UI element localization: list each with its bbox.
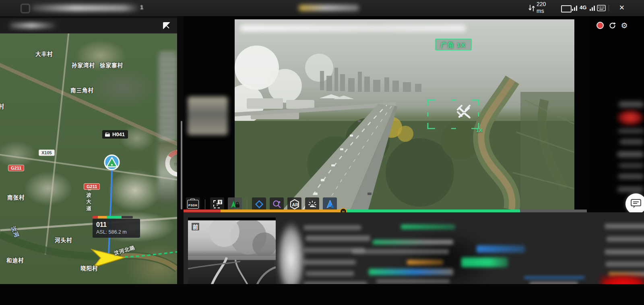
- map-panel: 大丰村 孙家湾村 徐家寨村 南三角村 坡村 南张村 汶河 河头村 和迪村 晓阳村…: [0, 16, 177, 305]
- ar-label: AR: [292, 202, 298, 207]
- redacted-alert-pill[interactable]: [617, 110, 644, 126]
- flight-path-line: [109, 170, 112, 254]
- popup-progress-bar: [93, 216, 133, 218]
- redacted-sidebar-row: [617, 187, 644, 192]
- map-panel-header: [0, 18, 177, 34]
- map-label: 大丰村: [35, 50, 53, 58]
- window-title-tail: 1: [140, 4, 143, 10]
- keyboard-icon[interactable]: [597, 5, 606, 11]
- redacted-sidebar-row: [618, 174, 644, 179]
- redacted-telemetry-row: [605, 249, 644, 255]
- map-overlay: [0, 33, 177, 287]
- popup-bar-orange: [98, 216, 107, 218]
- attitude-gauge-core: [419, 241, 475, 281]
- diamond-icon: [255, 200, 264, 209]
- drone-ground-control-window: 1 220 ms 4G ×: [0, 0, 644, 305]
- dock-icon: [105, 132, 110, 137]
- redacted-telemetry-row: [303, 260, 356, 265]
- map-label: 坡村: [0, 102, 4, 110]
- crosshair-zoom-badge: 1X: [476, 127, 483, 133]
- popup-bar-green: [107, 216, 122, 218]
- magnifier-plus-icon: [272, 199, 282, 209]
- map-label: 和迪村: [6, 256, 24, 264]
- redacted-telemetry-row: [306, 236, 371, 241]
- gear-icon: ⚙: [621, 22, 627, 29]
- briefcase-handle-icon: [190, 199, 195, 200]
- refresh-icon: [609, 22, 616, 29]
- titlebar-divider: [609, 5, 609, 11]
- compass-gauge: m: [159, 145, 177, 181]
- record-icon: [597, 22, 604, 29]
- redacted-sidebar-row: [619, 102, 644, 107]
- latency-arrows-icon: [528, 4, 535, 12]
- main-camera-video[interactable]: 广角 1X 1X: [235, 19, 574, 210]
- aerial-scene: [235, 19, 574, 210]
- map-label: 河头村: [55, 236, 72, 244]
- road-badge-x105: X105: [39, 149, 55, 156]
- close-button[interactable]: ×: [615, 2, 629, 14]
- redacted-telemetry-row: [306, 271, 355, 276]
- toolbar-divider: [247, 199, 247, 209]
- dock-marker[interactable]: [105, 155, 119, 170]
- redacted-telemetry-row: [304, 225, 361, 230]
- waypoint-popup: 011 ASL: 586.2 m: [93, 219, 140, 238]
- window-footer: [0, 284, 644, 305]
- nav-arrow-icon: [325, 199, 335, 209]
- fpv-front-label: 前: [191, 222, 200, 231]
- psdk-label: PSDK: [188, 203, 198, 207]
- cellular-signal-bars-icon: [590, 6, 595, 11]
- map-label: 晓阳村: [80, 264, 98, 272]
- map-layer-toggle-button[interactable]: [162, 21, 171, 31]
- fpv-video: [188, 220, 276, 286]
- chat-button[interactable]: [625, 193, 644, 214]
- redacted-sidebar-row: [620, 139, 644, 144]
- ar-hexagon-icon: AR: [289, 199, 300, 210]
- waypoint-name: 011: [96, 221, 136, 228]
- redacted-telemetry-blob: [188, 97, 228, 135]
- toolbar-divider: [205, 199, 205, 209]
- app-icon: [21, 4, 30, 13]
- panel-divider: [177, 16, 184, 305]
- frame-badge-letter: Y: [219, 200, 221, 205]
- redacted-sidebar-row: [617, 151, 644, 157]
- map-label: 南三角村: [70, 86, 94, 94]
- map-label: 南张村: [7, 193, 25, 201]
- settings-button[interactable]: ⚙: [620, 21, 629, 30]
- window-titlebar: 1 220 ms 4G ×: [0, 0, 644, 16]
- satellite-map[interactable]: 大丰村 孙家湾村 徐家寨村 南三角村 坡村 南张村 汶河 河头村 和迪村 晓阳村…: [0, 33, 177, 287]
- metering-frame: [427, 99, 479, 129]
- redacted-telemetry-row: [607, 237, 644, 242]
- redacted-telemetry-row: [606, 261, 644, 267]
- redacted-map-title: [10, 23, 58, 28]
- redacted-telemetry-row: [304, 248, 365, 253]
- redacted-green-row: [401, 224, 455, 229]
- refresh-button[interactable]: [608, 21, 617, 30]
- frame-grid-icon: Y: [213, 199, 222, 209]
- latency-unit: ms: [537, 8, 546, 15]
- divider-scrollbar[interactable]: [181, 121, 182, 210]
- gauge-unit: m: [174, 161, 177, 167]
- redacted-sidebar-row: [619, 164, 644, 168]
- camera-feed-panel: 广角 1X 1X P: [184, 16, 587, 214]
- popup-bar-rest: [122, 216, 133, 218]
- dock-name-chip[interactable]: H041: [102, 130, 128, 139]
- map-label: 孙家湾村: [72, 61, 95, 69]
- beacon-light-icon: [308, 199, 317, 209]
- map-label: 徐家寨村: [100, 61, 123, 69]
- lens-zoom-chip[interactable]: 广角 1X: [435, 39, 472, 50]
- waypoint-asl: ASL: 586.2 m: [96, 229, 136, 235]
- hdmi-display-icon: [561, 5, 572, 12]
- latency-readout: 220 ms: [537, 1, 546, 15]
- mission-progress-bar: H: [184, 210, 644, 212]
- layers-icon: [162, 21, 171, 31]
- redacted-status-message: [299, 5, 359, 11]
- hdmi-signal-bars-icon: [572, 6, 577, 11]
- redacted-telemetry-row: [605, 224, 644, 229]
- popup-bar-red: [93, 216, 98, 218]
- map-arrow-lock-icon: [230, 199, 240, 209]
- fpv-scene-art: [188, 220, 276, 286]
- fpv-thumbnail[interactable]: 前: [188, 218, 276, 289]
- progress-seg-green: [345, 210, 520, 212]
- chat-icon: [631, 199, 641, 209]
- record-button[interactable]: [596, 21, 605, 30]
